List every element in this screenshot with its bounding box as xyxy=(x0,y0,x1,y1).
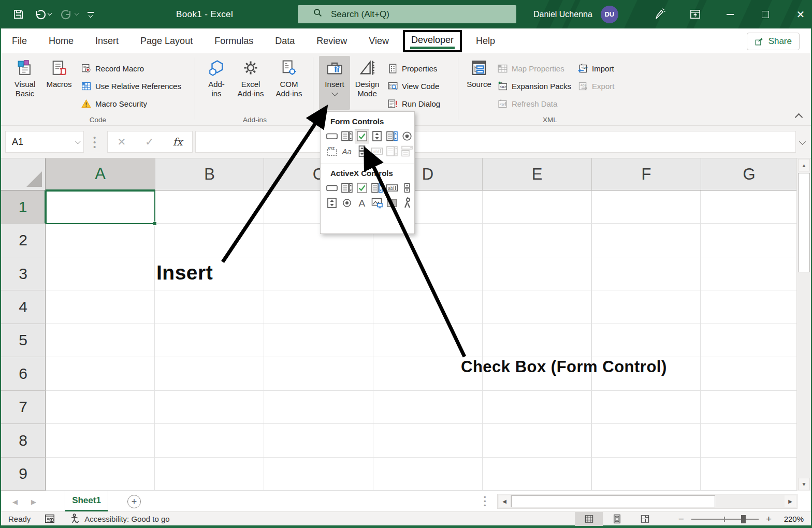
activex-label-icon[interactable] xyxy=(355,196,369,210)
close-button[interactable]: ✕ xyxy=(794,8,807,21)
maximize-button[interactable] xyxy=(759,8,772,21)
insert-controls-button[interactable]: Insert xyxy=(319,56,350,110)
activex-scroll-bar-icon[interactable] xyxy=(400,181,414,195)
run-dialog-button[interactable]: Run Dialog xyxy=(387,96,440,111)
activex-list-box-icon[interactable] xyxy=(370,181,384,195)
macro-security-button[interactable]: Macro Security xyxy=(81,96,181,111)
column-header-e[interactable]: E xyxy=(483,158,592,190)
customize-qat-icon[interactable] xyxy=(88,12,94,17)
map-properties-button[interactable]: Map Properties xyxy=(497,61,571,76)
tab-formulas[interactable]: Formulas xyxy=(204,31,264,51)
formula-bar-grip[interactable]: ••• xyxy=(93,135,96,149)
form-option-button-icon[interactable] xyxy=(400,129,414,143)
activex-more-controls-icon[interactable] xyxy=(400,196,414,210)
form-group-box-icon[interactable] xyxy=(325,144,339,158)
form-scroll-bar-icon[interactable] xyxy=(355,144,369,158)
cells-area[interactable] xyxy=(46,190,798,491)
row-header-4[interactable]: 4 xyxy=(1,290,46,324)
export-button[interactable]: Export xyxy=(577,78,614,94)
expand-formula-bar-icon[interactable] xyxy=(799,138,806,145)
zoom-slider[interactable] xyxy=(691,519,759,520)
design-mode-button[interactable]: Design Mode xyxy=(351,56,383,110)
enter-icon[interactable]: ✓ xyxy=(145,136,154,148)
save-icon[interactable] xyxy=(12,8,24,20)
sheet-tab-sheet1[interactable]: Sheet1 xyxy=(65,491,108,512)
row-header-6[interactable]: 6 xyxy=(1,357,46,390)
sheet-nav-right-icon[interactable]: ▶ xyxy=(31,498,36,506)
activex-option-button-icon[interactable] xyxy=(340,196,354,210)
tab-insert[interactable]: Insert xyxy=(84,31,129,51)
row-header-7[interactable]: 7 xyxy=(1,391,46,424)
activex-image-icon[interactable] xyxy=(370,196,384,210)
form-check-box-icon[interactable] xyxy=(355,129,369,143)
scroll-down-icon[interactable]: ▼ xyxy=(798,478,810,490)
sheet-nav-left-icon[interactable]: ◀ xyxy=(12,498,18,506)
form-button-icon[interactable] xyxy=(325,129,339,143)
column-header-a[interactable]: A xyxy=(46,158,155,190)
tab-data[interactable]: Data xyxy=(264,31,306,51)
column-header-g[interactable]: G xyxy=(701,158,798,190)
form-label-icon[interactable] xyxy=(340,144,354,158)
add-ins-button[interactable]: Add-ins xyxy=(202,56,231,110)
form-spin-button-icon[interactable] xyxy=(370,129,384,143)
view-page-layout-button[interactable] xyxy=(603,512,631,526)
excel-add-ins-button[interactable]: Excel Add-ins xyxy=(232,56,269,110)
scroll-right-icon[interactable]: ▶ xyxy=(785,495,796,507)
row-header-1[interactable]: 1 xyxy=(1,190,46,224)
activex-spin-button-icon[interactable] xyxy=(325,196,339,210)
zoom-level[interactable]: 220% xyxy=(779,515,804,523)
form-list-box-icon[interactable] xyxy=(385,129,399,143)
row-header-5[interactable]: 5 xyxy=(1,324,46,357)
visual-basic-button[interactable]: Visual Basic xyxy=(8,56,41,110)
horizontal-scroll-thumb[interactable] xyxy=(511,495,715,507)
column-header-f[interactable]: F xyxy=(592,158,701,190)
avatar[interactable]: DU xyxy=(601,6,618,23)
search-input[interactable]: Search (Alt+Q) xyxy=(298,5,516,23)
view-normal-button[interactable] xyxy=(575,512,603,526)
selected-cell-a1[interactable] xyxy=(46,190,155,224)
insert-function-icon[interactable]: fx xyxy=(173,136,183,148)
tab-file[interactable]: File xyxy=(1,31,38,51)
expansion-packs-button[interactable]: Expansion Packs xyxy=(497,78,571,94)
zoom-out-button[interactable]: − xyxy=(678,514,684,525)
macros-button[interactable]: Macros xyxy=(42,56,76,110)
fill-handle[interactable] xyxy=(153,222,157,226)
row-header-8[interactable]: 8 xyxy=(1,424,46,457)
record-macro-button[interactable]: Record Macro xyxy=(81,61,181,76)
view-code-button[interactable]: View Code xyxy=(387,78,440,94)
accessibility-status[interactable]: Accessibility: Good to go xyxy=(69,513,169,524)
use-relative-references-button[interactable]: Use Relative References xyxy=(81,78,181,94)
feedback-pen-icon[interactable] xyxy=(654,8,666,21)
redo-icon[interactable] xyxy=(61,8,78,21)
form-combo-box-icon[interactable] xyxy=(340,129,354,143)
name-box[interactable]: A1 xyxy=(5,131,84,153)
activex-combo-box-icon[interactable] xyxy=(340,181,354,195)
minimize-button[interactable] xyxy=(724,8,736,21)
vertical-scroll-thumb[interactable] xyxy=(798,173,810,272)
activex-text-box-icon[interactable] xyxy=(385,181,399,195)
row-header-2[interactable]: 2 xyxy=(1,224,46,257)
tab-page-layout[interactable]: Page Layout xyxy=(129,31,204,51)
activex-check-box-icon[interactable] xyxy=(355,181,369,195)
import-button[interactable]: Import xyxy=(577,61,614,76)
formula-input[interactable] xyxy=(195,131,796,153)
macro-recording-icon[interactable] xyxy=(44,513,55,524)
undo-icon[interactable] xyxy=(34,8,51,21)
zoom-in-button[interactable]: + xyxy=(766,514,772,525)
refresh-data-button[interactable]: Refresh Data xyxy=(497,96,571,111)
ribbon-display-options-icon[interactable] xyxy=(689,8,701,21)
tab-home[interactable]: Home xyxy=(38,31,84,51)
scroll-left-icon[interactable]: ◀ xyxy=(499,495,510,507)
share-button[interactable]: Share xyxy=(747,33,800,50)
zoom-slider-thumb[interactable] xyxy=(741,515,746,523)
row-header-9[interactable]: 9 xyxy=(1,458,46,491)
activex-command-button-icon[interactable] xyxy=(325,181,339,195)
tab-developer[interactable]: Developer xyxy=(403,30,462,52)
select-all-button[interactable] xyxy=(1,158,46,190)
sheetbar-grip[interactable]: ••• xyxy=(484,495,486,508)
vertical-scrollbar[interactable]: ▲ ▼ xyxy=(796,158,811,491)
column-header-b[interactable]: B xyxy=(155,158,264,190)
properties-button[interactable]: Properties xyxy=(387,61,440,76)
horizontal-scrollbar[interactable]: ◀ ▶ xyxy=(497,494,798,509)
name-box-dropdown-icon[interactable] xyxy=(75,138,81,144)
